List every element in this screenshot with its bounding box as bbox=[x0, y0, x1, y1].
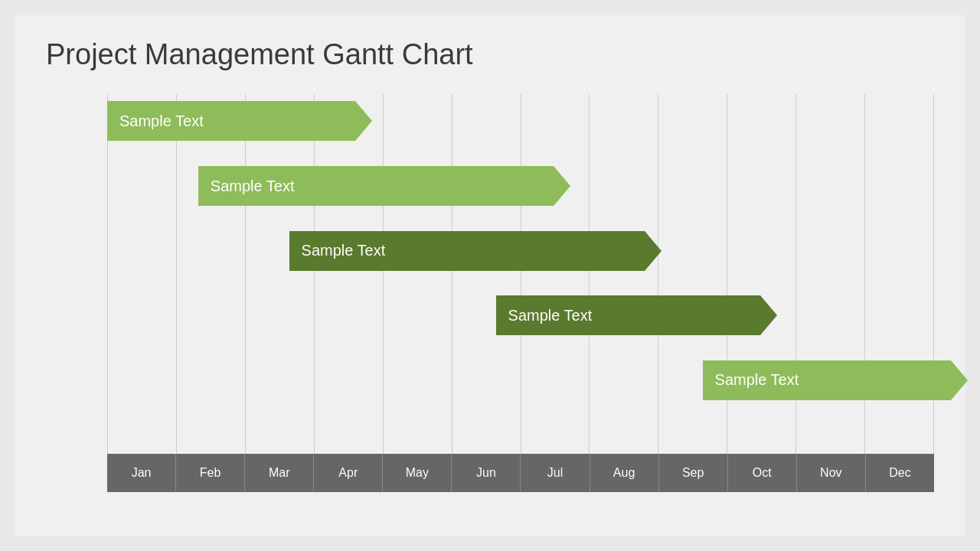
gantt-bar-5: Sample Text bbox=[703, 360, 951, 400]
gantt-bar-1: Sample Text bbox=[107, 101, 355, 141]
month-jul: Jul bbox=[521, 454, 590, 492]
bar-shape-5: Sample Text bbox=[703, 360, 951, 400]
bar-label-5: Sample Text bbox=[715, 371, 799, 389]
chart-area: Sample Text Sample Text Sample Text Samp… bbox=[46, 94, 934, 492]
month-dec: Dec bbox=[866, 454, 934, 492]
slide: Project Management Gantt Chart Sample Te… bbox=[15, 15, 965, 536]
month-oct: Oct bbox=[728, 454, 797, 492]
gantt-bar-3: Sample Text bbox=[289, 231, 645, 271]
month-apr: Apr bbox=[314, 454, 383, 492]
bar-label-3: Sample Text bbox=[302, 242, 386, 259]
chart-title: Project Management Gantt Chart bbox=[46, 38, 934, 71]
bar-label-2: Sample Text bbox=[211, 178, 295, 195]
month-mar: Mar bbox=[245, 454, 314, 492]
bar-shape-2: Sample Text bbox=[198, 166, 554, 206]
x-axis: Jan Feb Mar Apr May Jun Jul Aug Sep Oct … bbox=[107, 454, 934, 492]
gantt-bar-4: Sample Text bbox=[496, 295, 761, 335]
month-feb: Feb bbox=[176, 454, 245, 492]
month-jun: Jun bbox=[452, 454, 521, 492]
month-sep: Sep bbox=[659, 454, 728, 492]
month-aug: Aug bbox=[590, 454, 659, 492]
bar-shape-4: Sample Text bbox=[496, 295, 761, 335]
month-nov: Nov bbox=[797, 454, 866, 492]
bar-label-4: Sample Text bbox=[508, 307, 593, 324]
gantt-bar-2: Sample Text bbox=[198, 166, 554, 206]
month-jan: Jan bbox=[107, 454, 176, 492]
bar-label-1: Sample Text bbox=[119, 112, 204, 130]
month-may: May bbox=[383, 454, 452, 492]
bar-shape-1: Sample Text bbox=[107, 101, 355, 141]
bar-shape-3: Sample Text bbox=[289, 231, 645, 271]
bars-container: Sample Text Sample Text Sample Text Samp… bbox=[107, 94, 934, 454]
